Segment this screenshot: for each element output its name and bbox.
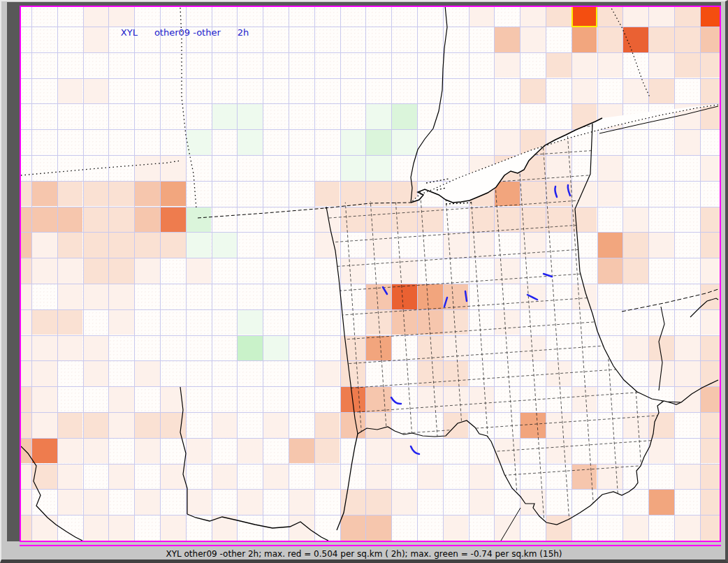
grid-cell <box>675 104 700 129</box>
grid-cell <box>84 258 109 284</box>
grid-cell <box>341 516 366 541</box>
grid-cell <box>84 207 109 233</box>
grid-cell <box>341 490 366 515</box>
grid-cell <box>520 413 546 438</box>
grid-cell <box>366 130 391 155</box>
grid-cell <box>701 207 721 233</box>
grid-cell <box>366 465 391 490</box>
grid-cell <box>469 182 495 207</box>
grid-cell <box>495 156 520 181</box>
grid-cell <box>366 284 391 309</box>
grid-cell <box>161 207 186 233</box>
grid-cell <box>135 207 160 233</box>
grid-cell <box>84 361 109 386</box>
grid-cell <box>546 156 572 181</box>
grid-cell <box>392 439 417 464</box>
grid-cell <box>187 130 212 155</box>
grid-cell <box>701 156 721 181</box>
grid-cell <box>341 336 366 361</box>
grid-cell <box>598 233 623 258</box>
grid-cell <box>623 79 648 104</box>
grid-cell <box>649 79 674 104</box>
grid-cell <box>238 439 263 464</box>
grid-cell <box>109 182 134 207</box>
grid-cell <box>623 413 648 438</box>
grid-cell <box>84 284 109 309</box>
grid-cell <box>315 361 340 386</box>
grid-cell <box>444 310 469 335</box>
grid-cell <box>341 387 366 412</box>
grid-cell <box>623 233 648 258</box>
grid-cell <box>598 182 623 207</box>
grid-cell <box>109 310 134 335</box>
grid-cell <box>161 516 186 541</box>
species-label: XYL <box>121 27 138 38</box>
grid-cell <box>341 156 366 181</box>
grid-cell <box>20 490 31 515</box>
grid-cell <box>572 79 597 104</box>
grid-cell <box>289 516 314 541</box>
grid-cell <box>109 284 134 309</box>
grid-cell <box>546 439 572 464</box>
grid-cell <box>520 490 546 515</box>
grid-cell <box>187 439 212 464</box>
grid-cell <box>495 53 520 78</box>
grid-cell <box>444 233 469 258</box>
grid-cell <box>315 233 340 258</box>
grid-cell <box>263 413 289 438</box>
grid-cell <box>701 490 721 515</box>
grid-cell <box>366 156 391 181</box>
grid-cell <box>32 233 57 258</box>
grid-cell <box>495 258 520 284</box>
grid-cell <box>366 490 391 515</box>
grid-cell <box>623 6 648 27</box>
grid-cell <box>418 310 443 335</box>
grid-cell <box>675 53 700 78</box>
grid-cell <box>366 310 391 335</box>
grid-cell <box>135 490 160 515</box>
grid-cell <box>58 258 83 284</box>
grid-cell <box>32 465 57 490</box>
grid-cell <box>546 361 572 386</box>
grid-cell <box>20 516 31 541</box>
grid-cell <box>701 53 721 78</box>
grid-cell <box>546 53 572 78</box>
grid-cell <box>187 233 212 258</box>
grid-cell <box>649 361 674 386</box>
grid-cell <box>58 336 83 361</box>
grid-cell <box>238 490 263 515</box>
grid-cell <box>495 516 520 541</box>
grid-cell <box>444 284 469 309</box>
grid-cell <box>520 233 546 258</box>
grid-cell <box>701 387 721 412</box>
grid-cell <box>572 6 597 27</box>
grid-cell <box>598 156 623 181</box>
grid-cell <box>701 104 721 129</box>
grid-cell <box>520 156 546 181</box>
pave-tile-plot-window: XYLother09 -other2h XYL other09 -other 2… <box>0 0 728 563</box>
grid-cell <box>20 207 31 233</box>
grid-cell <box>315 413 340 438</box>
map-canvas[interactable]: XYLother09 -other2h <box>20 6 721 542</box>
grid-cell <box>161 413 186 438</box>
grid-cell <box>58 207 83 233</box>
grid-cell <box>392 104 417 129</box>
grid-cell <box>289 439 314 464</box>
grid-cell <box>187 258 212 284</box>
grid-cell <box>649 413 674 438</box>
grid-cell <box>495 182 520 207</box>
grid-cell <box>109 516 134 541</box>
grid-cell <box>623 336 648 361</box>
grid-cell <box>701 465 721 490</box>
grid-cell <box>32 182 57 207</box>
grid-cell <box>135 258 160 284</box>
grid-cell <box>444 336 469 361</box>
grid-cell <box>135 156 160 181</box>
grid-cell <box>520 27 546 52</box>
grid-cell <box>649 336 674 361</box>
grid-cell <box>701 79 721 104</box>
grid-cell <box>58 490 83 515</box>
grid-cell <box>469 6 495 27</box>
grid-cell <box>58 284 83 309</box>
grid-cell <box>392 130 417 155</box>
